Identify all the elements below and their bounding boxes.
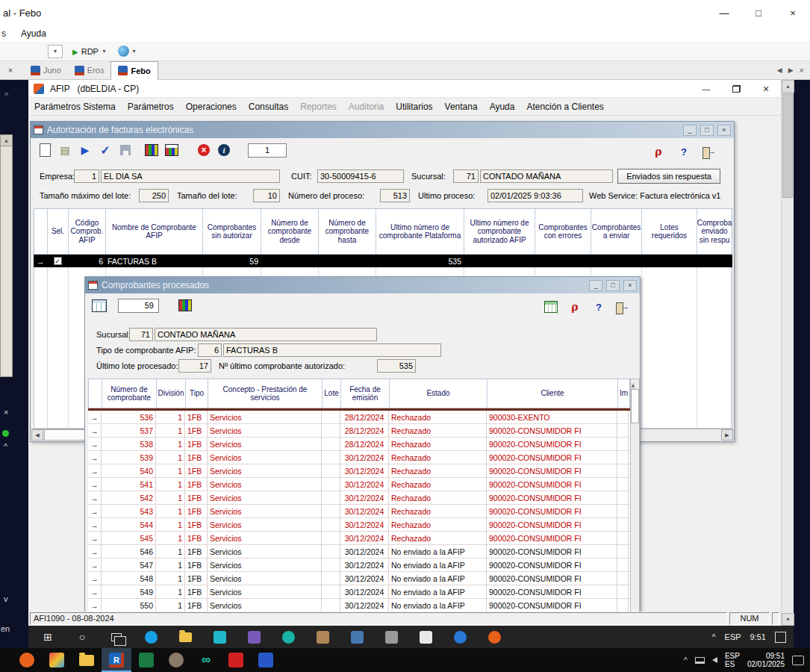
scroll-left-icon[interactable] <box>31 429 43 441</box>
panel-close-icon[interactable] <box>4 408 8 417</box>
remote-clock[interactable]: 9:51 <box>750 632 766 641</box>
minimize-button[interactable] <box>683 125 697 136</box>
validate-icon[interactable] <box>97 142 113 158</box>
teams-icon[interactable] <box>279 628 297 646</box>
brush-app-icon[interactable] <box>251 648 281 672</box>
selected-grid-row[interactable]: 6 FACTURAS B 59 535 <box>34 255 732 267</box>
grid-export-icon[interactable] <box>163 142 180 158</box>
grid-row[interactable]: 53911FBServicios30/12/2024Rechazado90002… <box>88 451 630 464</box>
menu-ayuda[interactable]: Ayuda <box>21 28 46 39</box>
scroll-down-icon[interactable] <box>782 613 794 626</box>
file-explorer-icon[interactable] <box>72 648 102 672</box>
excel-icon[interactable] <box>131 648 161 672</box>
menu-atencion-clientes[interactable]: Atención a Clientes <box>520 102 609 112</box>
sucursal-code-field[interactable]: 71 <box>129 328 153 341</box>
grid-row[interactable]: 54411FBServicios30/12/2024Rechazado90002… <box>88 518 630 532</box>
tam-max-field[interactable]: 250 <box>139 189 169 202</box>
new-document-icon[interactable] <box>37 142 53 158</box>
vertical-scrollbar[interactable] <box>630 379 640 612</box>
table-view-icon[interactable] <box>543 299 559 315</box>
grid-row[interactable]: 53611FBServicios28/12/2024Rechazado90003… <box>88 411 630 424</box>
scrollbar-thumb[interactable] <box>631 389 639 423</box>
language-indicator[interactable]: ESP ES <box>725 652 740 669</box>
scroll-up-icon[interactable] <box>631 383 635 388</box>
exit-icon[interactable] <box>701 146 716 158</box>
function-keys-icon[interactable] <box>567 299 583 315</box>
network-icon[interactable] <box>695 657 705 664</box>
menu-ayuda[interactable]: Ayuda <box>484 102 521 112</box>
close-button[interactable] <box>717 125 731 136</box>
scroll-up-icon[interactable] <box>782 80 794 93</box>
scroll-tabs-right-icon[interactable] <box>788 66 794 74</box>
tab-febo[interactable]: Febo <box>110 61 158 80</box>
run-process-icon[interactable] <box>77 142 93 158</box>
scroll-right-icon[interactable] <box>721 429 733 441</box>
scrollbar-thumb[interactable] <box>782 93 793 198</box>
toolbar-dropdown[interactable] <box>48 45 63 58</box>
close-button[interactable] <box>623 280 637 291</box>
tam-lote-field[interactable]: 10 <box>253 189 280 202</box>
grid-row[interactable]: 54311FBServicios30/12/2024Rechazado90002… <box>88 505 630 518</box>
checked-checkbox[interactable] <box>54 257 62 265</box>
rdp-protocol-button[interactable]: RDP <box>69 44 110 59</box>
ultimo-lote-field[interactable]: 17 <box>178 359 211 373</box>
tab-eros[interactable]: Eros <box>68 61 111 80</box>
maximize-button[interactable] <box>606 280 620 291</box>
grid-data-icon[interactable] <box>143 142 160 158</box>
system-window-icon[interactable] <box>382 628 400 646</box>
window-titlebar[interactable]: Autorización de facturas electrónicas <box>31 122 734 138</box>
empresa-code-field[interactable]: 1 <box>74 169 99 183</box>
volume-icon[interactable] <box>712 657 717 663</box>
num-proceso-field[interactable]: 513 <box>380 189 410 202</box>
sucursal-name-field[interactable]: CONTADO MAÑANA <box>480 169 613 183</box>
firefox-icon[interactable] <box>12 648 42 672</box>
close-tab-icon[interactable] <box>4 66 16 75</box>
gimp-icon[interactable] <box>161 648 191 672</box>
info-icon[interactable] <box>216 142 232 158</box>
afip-minimize-button[interactable] <box>691 80 721 98</box>
close-icon[interactable] <box>800 66 804 75</box>
photos-icon[interactable] <box>245 628 263 646</box>
infinity-app-icon[interactable] <box>191 648 221 672</box>
rdp-manager-icon[interactable]: R <box>102 648 131 672</box>
menu-parametros[interactable]: Parámetros <box>122 102 180 112</box>
panel-scroll-down-icon[interactable] <box>4 594 8 603</box>
chrome-icon[interactable] <box>451 628 469 646</box>
task-view-icon[interactable] <box>108 628 125 646</box>
grid-row[interactable]: 55011FBServicios30/12/2024No enviado a l… <box>88 599 630 612</box>
grid-row[interactable]: 54911FBServicios30/12/2024No enviado a l… <box>88 585 630 599</box>
help-icon[interactable] <box>676 143 692 160</box>
sucursal-name-field[interactable]: CONTADO MAÑANA <box>155 328 377 341</box>
ultimo-proceso-field[interactable]: 02/01/2025 9:03:36 <box>487 189 583 202</box>
search-icon[interactable] <box>73 628 91 646</box>
help-icon[interactable] <box>591 299 607 315</box>
sel-checkbox-cell[interactable] <box>47 255 68 267</box>
empresa-name-field[interactable]: EL DIA SA <box>101 169 280 183</box>
grid-export-icon[interactable] <box>91 297 108 314</box>
function-keys-icon[interactable] <box>650 143 667 160</box>
document-icon[interactable] <box>417 628 434 646</box>
cuit-field[interactable]: 30-50009415-6 <box>317 169 404 183</box>
mail-icon[interactable] <box>348 628 366 646</box>
tipo-name-field[interactable]: FACTURAS B <box>223 343 441 357</box>
window-titlebar[interactable]: Comprobantes procesados <box>85 277 640 293</box>
grid-row[interactable]: 54711FBServicios30/12/2024No enviado a l… <box>88 559 630 572</box>
process-count-input[interactable]: 1 <box>248 143 287 158</box>
panel-scroll-up-icon[interactable] <box>4 91 8 100</box>
remote-language-indicator[interactable]: ESP <box>725 632 741 641</box>
enviados-sin-respuesta-button[interactable]: Enviados sin respuesta <box>617 169 720 184</box>
action-center-icon[interactable] <box>775 632 786 643</box>
grid-row[interactable]: 53711FBServicios28/12/2024Rechazado90002… <box>88 424 630 438</box>
package-icon[interactable] <box>314 628 331 646</box>
properties-icon[interactable] <box>57 142 73 158</box>
count-input[interactable]: 59 <box>118 299 159 313</box>
menu-utilitarios[interactable]: Utilitarios <box>390 102 438 112</box>
file-explorer-icon[interactable] <box>176 628 194 646</box>
menu-parametros-sistema[interactable]: Parámetros Sistema <box>28 102 122 112</box>
menu-consultas[interactable]: Consultas <box>243 102 294 112</box>
maximize-button[interactable] <box>700 125 714 136</box>
grid-row[interactable]: 54011FBServicios30/12/2024Rechazado90002… <box>88 464 630 478</box>
grid-row[interactable]: 53811FBServicios28/12/2024Rechazado90002… <box>88 438 630 451</box>
leftover-scrollbar[interactable] <box>0 134 13 377</box>
cancel-icon[interactable] <box>196 142 212 158</box>
